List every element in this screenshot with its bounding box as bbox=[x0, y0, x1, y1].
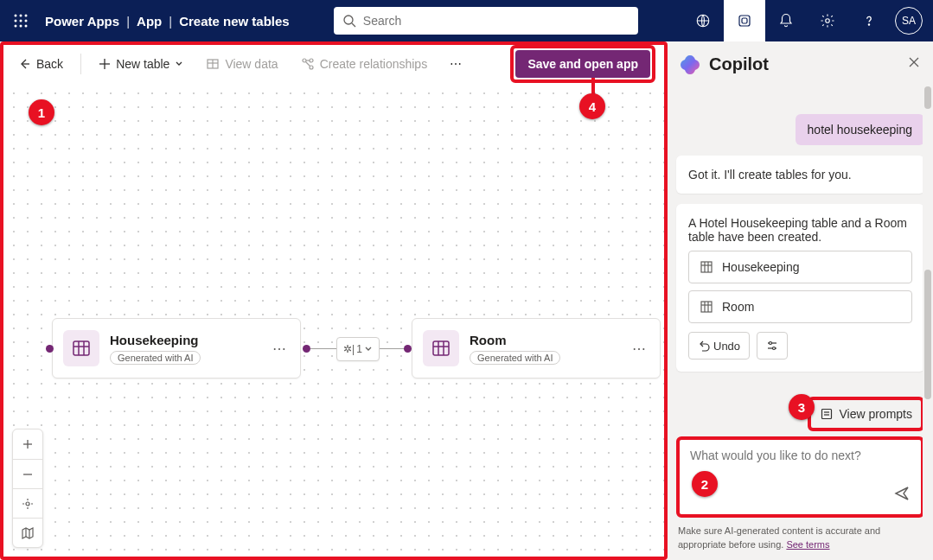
environment-icon[interactable] bbox=[682, 0, 724, 41]
svg-rect-13 bbox=[742, 18, 747, 23]
back-button[interactable]: Back bbox=[12, 54, 68, 74]
zoom-out-button[interactable] bbox=[13, 459, 42, 488]
svg-point-6 bbox=[15, 25, 17, 28]
table-icon bbox=[700, 260, 713, 274]
table-glyph-icon bbox=[63, 330, 99, 366]
callout-3: 3 bbox=[789, 394, 815, 420]
svg-point-53 bbox=[770, 342, 772, 345]
svg-point-54 bbox=[773, 347, 776, 350]
erd-canvas[interactable]: Housekeeping Generated with AI ⋯ ✲|1 bbox=[3, 83, 664, 557]
view-prompts-button[interactable]: View prompts bbox=[813, 404, 919, 424]
table-more[interactable]: ⋯ bbox=[269, 337, 290, 360]
relation-icon bbox=[301, 57, 315, 71]
arrow-left-icon bbox=[17, 57, 31, 71]
table-name: Room bbox=[470, 333, 618, 347]
bot-message: A Hotel Housekeeping table and a Room ta… bbox=[676, 204, 924, 372]
send-button[interactable] bbox=[893, 485, 911, 506]
copilot-input[interactable] bbox=[690, 449, 911, 485]
svg-rect-31 bbox=[433, 341, 449, 355]
zoom-in-button[interactable] bbox=[13, 430, 42, 459]
table-link-room[interactable]: Room bbox=[688, 290, 912, 323]
table-card-room[interactable]: Room Generated with AI ⋯ bbox=[412, 318, 661, 379]
svg-point-0 bbox=[15, 15, 17, 17]
svg-point-4 bbox=[20, 20, 22, 22]
svg-point-38 bbox=[26, 502, 29, 506]
minimap-button[interactable] bbox=[13, 518, 42, 547]
svg-rect-12 bbox=[739, 16, 750, 26]
table-more[interactable]: ⋯ bbox=[629, 337, 649, 360]
ai-badge: Generated with AI bbox=[110, 351, 201, 365]
table-icon bbox=[206, 57, 220, 71]
search-icon bbox=[342, 14, 356, 28]
more-options[interactable]: ⋯ bbox=[444, 54, 467, 74]
bot-message: Got it. I'll create tables for you. bbox=[676, 156, 924, 194]
user-message: hotel housekeeping bbox=[796, 114, 924, 145]
table-link-housekeeping[interactable]: Housekeeping bbox=[688, 251, 912, 283]
notifications-icon[interactable] bbox=[765, 0, 807, 41]
svg-point-5 bbox=[25, 20, 28, 22]
copilot-header-icon[interactable] bbox=[724, 0, 765, 41]
svg-point-23 bbox=[310, 66, 313, 69]
svg-point-8 bbox=[25, 25, 28, 28]
save-and-open-button[interactable]: Save and open app bbox=[515, 50, 650, 78]
crumb-page[interactable]: Create new tables bbox=[179, 14, 290, 29]
chevron-down-icon bbox=[175, 60, 183, 68]
sliders-icon bbox=[766, 340, 778, 352]
undo-icon bbox=[698, 340, 710, 352]
send-icon bbox=[893, 485, 911, 502]
create-relationships-button[interactable]: Create relationships bbox=[296, 54, 433, 74]
copilot-logo-icon bbox=[680, 54, 700, 74]
relationship-card[interactable]: ✲|1 bbox=[336, 337, 380, 361]
search-box[interactable] bbox=[334, 7, 638, 35]
callout-2: 2 bbox=[692, 471, 718, 497]
ai-badge: Generated with AI bbox=[470, 351, 560, 365]
callout-4: 4 bbox=[579, 93, 605, 119]
disclaimer: Make sure AI-generated content is accura… bbox=[668, 525, 933, 560]
crumb-app[interactable]: App bbox=[137, 14, 162, 29]
table-icon bbox=[700, 300, 713, 314]
canvas-pane: Back New table View data Create relation… bbox=[0, 41, 668, 560]
svg-line-25 bbox=[305, 62, 310, 67]
svg-point-22 bbox=[303, 59, 306, 62]
adjust-button[interactable] bbox=[757, 332, 788, 360]
svg-rect-43 bbox=[701, 262, 712, 272]
app-title[interactable]: Power Apps bbox=[45, 14, 119, 29]
svg-point-1 bbox=[20, 15, 22, 17]
plus-icon bbox=[99, 58, 111, 70]
callout-1: 1 bbox=[29, 99, 54, 125]
svg-point-3 bbox=[15, 20, 17, 22]
svg-rect-47 bbox=[701, 302, 712, 312]
fit-button[interactable] bbox=[13, 488, 42, 518]
see-terms-link[interactable]: See terms bbox=[786, 539, 829, 550]
table-glyph-icon bbox=[423, 330, 459, 366]
settings-icon[interactable] bbox=[807, 0, 848, 41]
avatar[interactable]: SA bbox=[895, 7, 923, 35]
chevron-down-icon bbox=[364, 345, 373, 353]
new-table-button[interactable]: New table bbox=[93, 54, 189, 74]
view-data-button[interactable]: View data bbox=[201, 54, 283, 74]
app-launcher[interactable] bbox=[0, 0, 42, 41]
svg-point-14 bbox=[826, 19, 830, 23]
svg-rect-55 bbox=[822, 410, 832, 419]
table-name: Housekeeping bbox=[110, 333, 259, 347]
search-input[interactable] bbox=[363, 14, 629, 28]
svg-point-7 bbox=[20, 25, 22, 28]
close-button[interactable] bbox=[907, 55, 921, 73]
zoom-toolbar bbox=[12, 429, 43, 548]
scrollbar[interactable] bbox=[923, 83, 933, 560]
svg-point-2 bbox=[25, 15, 28, 17]
breadcrumb: Power Apps | App | Create new tables bbox=[45, 14, 290, 29]
help-icon[interactable] bbox=[848, 0, 890, 41]
svg-line-10 bbox=[352, 23, 355, 27]
svg-rect-27 bbox=[73, 341, 89, 355]
svg-point-9 bbox=[344, 16, 353, 24]
svg-point-15 bbox=[868, 24, 869, 25]
table-card-housekeeping[interactable]: Housekeeping Generated with AI ⋯ bbox=[52, 318, 301, 379]
svg-point-24 bbox=[310, 59, 313, 62]
undo-button[interactable]: Undo bbox=[688, 332, 750, 360]
prompts-icon bbox=[820, 407, 834, 421]
copilot-title: Copilot bbox=[709, 54, 898, 74]
